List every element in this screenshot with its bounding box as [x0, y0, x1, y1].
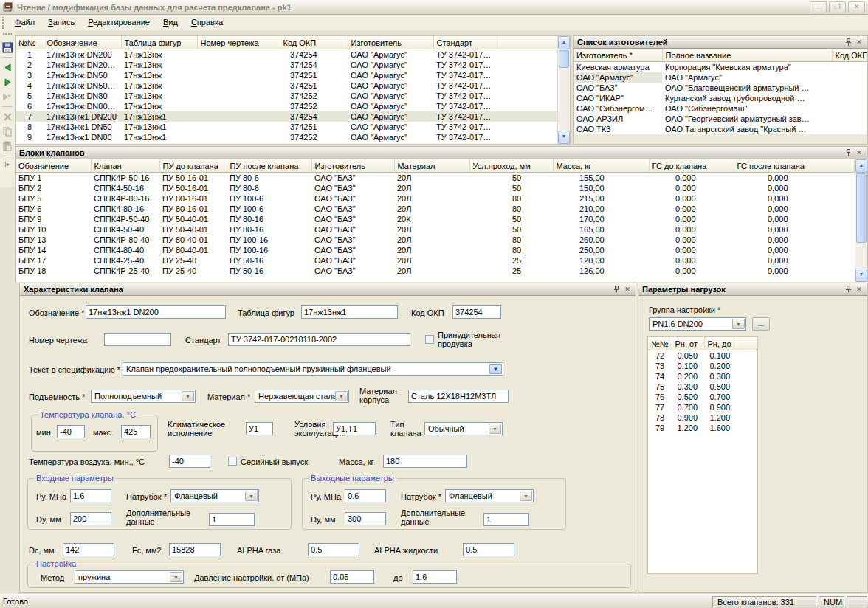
menubar-grip[interactable] — [2, 17, 7, 29]
dc-field[interactable] — [63, 543, 114, 556]
table-row[interactable]: БПУ 9СППК4Р-50-40ПУ 50-40-01ПУ 80-16ОАО … — [16, 214, 855, 224]
menu-item-файл[interactable]: Файл — [8, 15, 41, 31]
minimize-button[interactable]: ─ — [810, 1, 827, 13]
table-row[interactable]: 750.3000.500 — [648, 381, 757, 392]
forced-purge-checkbox[interactable] — [425, 335, 434, 344]
table-row[interactable]: БПУ 14СППК4-80-40ПУ 80-40-01ПУ 100-16ОАО… — [16, 245, 855, 255]
figures-field[interactable] — [301, 305, 398, 319]
table-row[interactable]: БПУ 2СППК4-50-16ПУ 50-16-01ПУ 80-6ОАО "Б… — [16, 183, 855, 193]
close-icon[interactable]: ✕ — [855, 285, 864, 294]
col-number[interactable]: №№ — [648, 337, 672, 350]
col-designation[interactable]: Обозначение — [44, 36, 121, 49]
air-temp-field[interactable] — [169, 455, 210, 468]
table-row[interactable]: 770.7000.900 — [648, 402, 757, 412]
okp-field[interactable] — [452, 305, 501, 319]
table-row[interactable]: ОАО "БАЗ"ОАО "Благовещенский арматурный … — [574, 83, 867, 93]
table-row[interactable]: БПУ 5СППК4Р-80-16ПУ 80-16-01ПУ 100-6ОАО … — [16, 193, 855, 204]
menu-item-запись[interactable]: Запись — [41, 15, 81, 31]
col-manufacturer[interactable]: Изготовитель — [348, 36, 433, 49]
table-row[interactable]: БПУ 18СППК4Р-25-40ПУ 25-40ПУ 50-16ОАО "Б… — [16, 266, 855, 276]
table-row[interactable]: БПУ 6СППК4-80-16ПУ 80-16-01ПУ 100-6ОАО "… — [16, 204, 855, 214]
table-row[interactable]: ОАО АРЗИЛОАО "Георгиевский арматурный за… — [574, 114, 867, 124]
scroll-up-icon[interactable]: ▲ — [558, 36, 570, 49]
toolbar-grip[interactable] — [3, 33, 12, 38]
scroll-down-icon[interactable]: ▼ — [855, 269, 867, 282]
menu-item-вид[interactable]: Вид — [156, 15, 185, 31]
blocks-header-row[interactable]: Обозначение Клапан ПУ до клапана ПУ посл… — [16, 159, 855, 173]
loads-header-row[interactable]: №№ Рн, от Рн, до — [648, 337, 757, 350]
paste-icon[interactable] — [1, 139, 14, 153]
method-combo[interactable]: пружина ▼ — [75, 570, 184, 584]
table-row[interactable]: 717нж13нж1 DN20017нж13нж1374254ОАО "Арма… — [16, 111, 558, 122]
col-gs-before[interactable]: ГС до клапана — [649, 159, 734, 173]
alpha-gas-field[interactable] — [308, 543, 359, 556]
table-row[interactable]: 730.1000.200 — [648, 361, 757, 371]
col-designation[interactable]: Обозначение — [16, 159, 91, 173]
table-row[interactable]: ОАО "ИКАР"Курганский завод трубопроводно… — [574, 93, 867, 103]
spec-text-combo[interactable]: Клапан предохранительный полноподъемный … — [123, 362, 503, 376]
col-pu-after[interactable]: ПУ после клапана — [227, 159, 311, 173]
chevron-down-icon[interactable]: ▼ — [489, 424, 501, 434]
pressure-to-field[interactable] — [413, 570, 457, 584]
col-valve[interactable]: Клапан — [91, 159, 159, 173]
table-row[interactable]: ОАО "Сибэнергом…ОАО "Сибэнергомаш" — [574, 103, 867, 114]
table-row[interactable]: БПУ 13СППК4Р-80-40ПУ 80-40-01ПУ 100-16ОА… — [16, 235, 855, 245]
scroll-down-icon[interactable]: ▼ — [558, 131, 570, 144]
new-record-icon[interactable]: * — [1, 90, 14, 103]
blocks-scrollbar[interactable]: ▲ ▼ — [855, 159, 867, 282]
col-bore[interactable]: Усл.проход, мм — [469, 159, 553, 173]
inlet-dy-field[interactable] — [70, 512, 111, 525]
valve-type-combo[interactable]: Обычный ▼ — [424, 422, 503, 435]
table-row[interactable]: 117нж13нж DN20017нж13нж374254ОАО "Армагу… — [16, 49, 558, 61]
outlet-branch-combo[interactable]: Фланцевый ▼ — [445, 489, 534, 502]
close-icon[interactable]: ✕ — [623, 285, 632, 294]
col-okpo[interactable]: Код ОКПО — [832, 49, 867, 62]
more-button[interactable]: ... — [752, 317, 770, 331]
prev-record-icon[interactable] — [1, 61, 14, 74]
table-row[interactable]: БПУ 1СППК4Р-50-16ПУ 50-16-01ПУ 80-6ОАО "… — [16, 173, 855, 184]
col-pn-to[interactable]: Рн, до — [704, 337, 737, 350]
table-row[interactable]: 720.0500.100 — [648, 350, 757, 362]
chevron-down-icon[interactable]: ▼ — [520, 491, 532, 501]
col-drawing[interactable]: Номер чертежа — [197, 36, 280, 49]
setting-group-combo[interactable]: PN1.6 DN200 ▼ — [649, 317, 746, 331]
table-row[interactable]: 740.2000.300 — [648, 371, 757, 381]
table-row[interactable]: 917нж13нж1 DN8017нж13нж1374252ОАО "Армаг… — [16, 132, 558, 142]
col-manufacturer[interactable]: Изготовитель * — [574, 49, 662, 62]
col-pn-from[interactable]: Рн, от — [672, 337, 704, 350]
table-row[interactable]: 517нж13нж DN8017нж13нж374252ОАО "Армагус… — [16, 91, 558, 101]
manufacturers-header-row[interactable]: Изготовитель * Полное название Код ОКПО — [574, 49, 867, 62]
table-row[interactable]: 417нж13нж DN50…17нж13нж374251ОАО "Армагу… — [16, 80, 558, 91]
valves-scrollbar[interactable]: ▲ ▼ — [557, 36, 570, 144]
inlet-branch-combo[interactable]: Фланцевый ▼ — [170, 489, 259, 502]
col-okp[interactable]: Код ОКП — [280, 36, 348, 49]
col-full-name[interactable]: Полное название — [662, 49, 832, 62]
table-row[interactable]: 780.9001.200 — [648, 412, 757, 423]
mass-field[interactable] — [383, 455, 467, 468]
delete-record-icon[interactable] — [1, 110, 14, 123]
next-record-icon[interactable] — [1, 75, 14, 89]
inlet-extra-field[interactable] — [209, 513, 255, 526]
table-row[interactable]: 317нж13нж DN5017нж13нж374251ОАО "Армагус… — [16, 70, 558, 80]
col-material[interactable]: Материал — [394, 159, 469, 173]
close-button[interactable]: ✕ — [848, 1, 865, 13]
col-gs-after[interactable]: ГС после клапана — [734, 159, 855, 173]
designation-field[interactable] — [86, 305, 226, 319]
outlet-extra-field[interactable] — [483, 513, 529, 526]
body-material-field[interactable] — [408, 390, 509, 403]
scroll-thumb[interactable] — [559, 50, 569, 68]
outlet-py-field[interactable] — [345, 489, 386, 502]
pin-icon[interactable] — [844, 148, 852, 157]
close-icon[interactable]: ✕ — [855, 38, 864, 46]
table-row[interactable]: БПУ 17СППК4-25-40ПУ 25-40ПУ 50-16ОАО "БА… — [16, 255, 855, 266]
col-mass[interactable]: Масса, кг — [553, 159, 649, 173]
col-pu-before[interactable]: ПУ до клапана — [159, 159, 227, 173]
standard-field[interactable] — [228, 333, 410, 346]
scroll-up-icon[interactable]: ▲ — [855, 159, 867, 173]
table-row[interactable]: 817нж13нж1 DN5017нж13нж1374251ОАО "Армаг… — [16, 122, 558, 132]
fc-field[interactable] — [169, 543, 221, 556]
material-combo[interactable]: Нержавеющая сталь ▼ — [255, 390, 349, 403]
col-standard[interactable]: Стандарт — [433, 36, 500, 49]
table-row[interactable]: ОАО "Армагус"ОАО "Армагус" — [574, 72, 867, 83]
alpha-liquid-field[interactable] — [463, 543, 514, 556]
